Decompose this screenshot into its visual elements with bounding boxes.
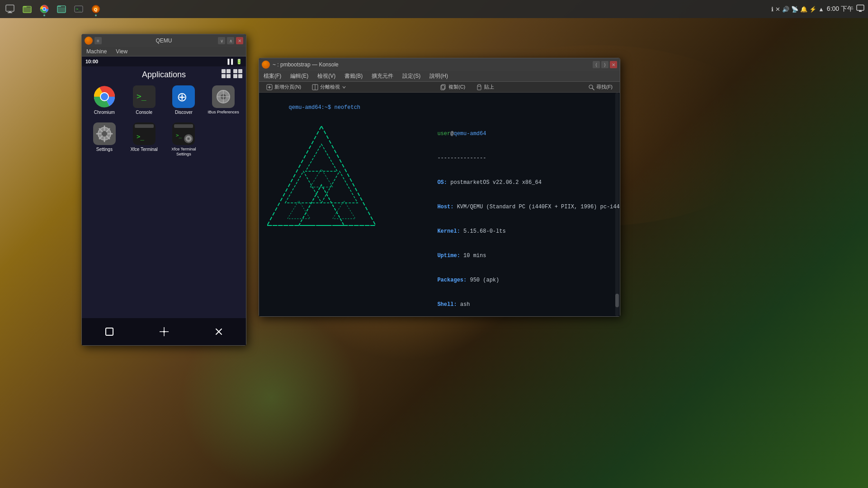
qemu-window: ≡ QEMU ∨ ∧ ✕ Machine View 10:00 ▌▌ 🔋 [81, 34, 246, 346]
screen-icon[interactable] [856, 5, 864, 14]
qemu-maximize-btn[interactable]: ∧ [227, 37, 234, 44]
split-label: 分離檢視 [320, 84, 340, 90]
phone-app-settings[interactable]: Settings [86, 121, 123, 159]
svg-rect-67 [478, 84, 481, 86]
network-icon[interactable]: 📡 [791, 6, 798, 13]
konsole-new-tab-btn[interactable]: 新增分頁(N) [262, 83, 306, 91]
phone-app-xterm-settings-label: Xfce Terminal Settings [168, 147, 200, 157]
qemu-menu-machine[interactable]: Machine [82, 47, 111, 56]
desktop: >_ Q ℹ ✕ 🔊 📡 🔔 ⚡ ▲ [0, 0, 868, 488]
svg-rect-1 [8, 12, 12, 13]
qemu-window-controls: ∨ ∧ ✕ [218, 37, 243, 44]
volume-icon[interactable]: 🔊 [782, 6, 789, 13]
phone-app-xterm-settings[interactable]: >_ Xfce Terminal Settings [166, 121, 202, 159]
svg-rect-5 [23, 7, 31, 13]
taskbar-qemu[interactable]: Q [88, 1, 104, 17]
new-tab-label: 新增分頁(N) [274, 84, 301, 90]
konsole-terminal[interactable]: qemu-amd64:~$ neofetch user@qemu-amd64 [259, 93, 620, 316]
power-icon[interactable]: ⚡ [809, 6, 816, 13]
svg-rect-19 [859, 11, 862, 12]
konsole-menu-bookmarks[interactable]: 書籤(B) [340, 71, 367, 81]
phone-back-btn[interactable] [211, 324, 227, 340]
svg-rect-11 [57, 7, 66, 13]
phone-recent-btn[interactable] [156, 324, 172, 340]
taskbar-chromium[interactable] [36, 1, 52, 17]
taskbar-files[interactable] [19, 1, 35, 17]
qemu-minimize-btn[interactable]: ∨ [218, 37, 225, 44]
svg-text:>_: >_ [137, 91, 146, 101]
phone-app-xterm[interactable]: >_ Xfce Terminal [126, 121, 162, 159]
neofetch-output: user@qemu-amd64 --------------- OS: post… [263, 122, 616, 316]
konsole-window: ~ : pmbootstrap — Konsole ⟨ ⟩ ✕ 檔案(F) 編輯… [259, 58, 620, 317]
konsole-split-btn[interactable]: 分離檢視 [307, 83, 351, 91]
konsole-scrollbar[interactable] [615, 93, 619, 316]
taskbar-show-desktop[interactable] [2, 1, 18, 17]
konsole-menu-help[interactable]: 說明(H) [425, 71, 453, 81]
konsole-toolbar: 新增分頁(N) 分離檢視 複製(C) 貼上 尋找(F) [259, 82, 620, 93]
svg-rect-45 [135, 124, 154, 128]
battery-icon: 🔋 [236, 59, 242, 65]
qemu-close-btn[interactable]: ✕ [236, 37, 243, 44]
neofetch-logo [263, 122, 389, 316]
phone-bottom-bar [82, 318, 246, 345]
qemu-menubar: Machine View [82, 47, 246, 56]
taskbar-clock: 6:00 下午 [827, 5, 854, 13]
qemu-btn-1[interactable]: ≡ [94, 37, 102, 44]
svg-text:Q: Q [94, 7, 97, 12]
konsole-find-btn[interactable]: 尋找(F) [584, 83, 617, 91]
svg-rect-20 [859, 10, 861, 11]
konsole-copy-btn[interactable]: 複製(C) [436, 83, 470, 91]
konsole-scrollbar-thumb[interactable] [615, 294, 619, 307]
svg-point-23 [101, 93, 108, 100]
konsole-minimize-btn[interactable]: ⟨ [593, 61, 600, 68]
phone-apps-title: Applications [82, 70, 246, 80]
phone-app-console-label: Console [136, 110, 152, 115]
taskbar-system-area: ℹ ✕ 🔊 📡 🔔 ⚡ ▲ 6:00 下午 [771, 5, 868, 14]
qemu-menu-view[interactable]: View [111, 47, 132, 56]
phone-app-xterm-label: Xfce Terminal [130, 147, 157, 152]
phone-time: 10:00 [85, 59, 98, 64]
taskbar-apps: >_ Q [0, 1, 104, 17]
qemu-extra-controls: ≡ [94, 37, 102, 44]
signal-icon: ▌▌ [227, 59, 235, 65]
bell-icon[interactable]: 🔔 [800, 6, 807, 13]
svg-rect-48 [174, 124, 193, 128]
svg-text:>_: >_ [176, 132, 182, 138]
svg-line-69 [592, 88, 594, 90]
svg-text:>_: >_ [76, 7, 81, 11]
konsole-menu-settings[interactable]: 設定(S) [398, 71, 425, 81]
taskbar: >_ Q ℹ ✕ 🔊 📡 🔔 ⚡ ▲ [0, 0, 868, 18]
svg-rect-18 [857, 5, 864, 10]
term-line-1: qemu-amd64:~$ neofetch [263, 95, 616, 120]
konsole-menu-plugins[interactable]: 擴充元件 [367, 71, 398, 81]
konsole-paste-btn[interactable]: 貼上 [472, 83, 499, 91]
konsole-title: ~ : pmbootstrap — Konsole [273, 61, 339, 68]
konsole-close-btn[interactable]: ✕ [610, 61, 617, 68]
phone-app-discover[interactable]: ⊕ Discover [166, 84, 202, 117]
konsole-menu-view[interactable]: 檢視(V) [313, 71, 340, 81]
phone-app-ibus[interactable]: IBus Preferences [205, 84, 241, 117]
qemu-screen[interactable]: 10:00 ▌▌ 🔋 [82, 56, 246, 345]
konsole-menubar: 檔案(F) 編輯(E) 檢視(V) 書籤(B) 擴充元件 設定(S) 說明(H) [259, 71, 620, 82]
phone-apps-grid: Chromium >_ Console [86, 84, 241, 159]
phone-home-btn[interactable] [101, 324, 118, 340]
info-icon[interactable]: ℹ [771, 6, 774, 13]
phone-app-settings-label: Settings [96, 147, 113, 152]
konsole-titlebar: ~ : pmbootstrap — Konsole ⟨ ⟩ ✕ [259, 58, 620, 71]
phone-app-console[interactable]: >_ Console [126, 84, 162, 117]
taskbar-file-manager[interactable] [53, 1, 70, 17]
konsole-maximize-btn[interactable]: ⟩ [601, 61, 609, 68]
konsole-window-icon [262, 61, 270, 69]
phone-statusbar: 10:00 ▌▌ 🔋 [82, 56, 246, 66]
copy-label: 複製(C) [448, 84, 465, 90]
taskbar-terminal[interactable]: >_ [71, 1, 87, 17]
expand-icon[interactable]: ▲ [818, 6, 824, 13]
qemu-title: QEMU [156, 38, 172, 44]
system-tray: ℹ ✕ 🔊 📡 🔔 ⚡ ▲ [771, 6, 824, 13]
close-icon[interactable]: ✕ [775, 6, 780, 13]
svg-text:>_: >_ [137, 133, 144, 141]
konsole-menu-file[interactable]: 檔案(F) [259, 71, 286, 81]
phone-app-chromium[interactable]: Chromium [86, 84, 123, 117]
qemu-window-icon [85, 37, 93, 45]
konsole-menu-edit[interactable]: 編輯(E) [286, 71, 313, 81]
